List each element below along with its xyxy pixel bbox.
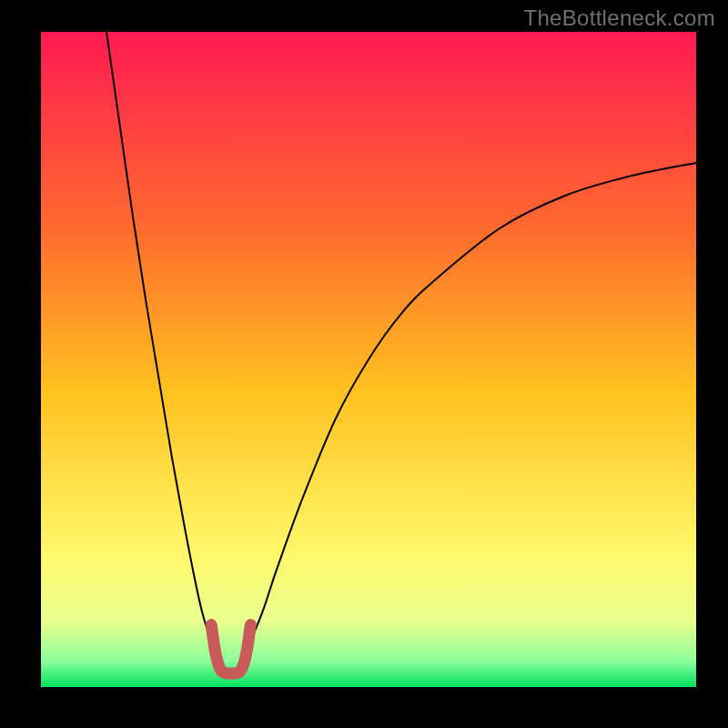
outer-frame: TheBottleneck.com — [0, 0, 728, 728]
watermark-text: TheBottleneck.com — [523, 5, 715, 31]
chart-svg — [41, 32, 696, 687]
chart-plot-area — [41, 32, 696, 687]
